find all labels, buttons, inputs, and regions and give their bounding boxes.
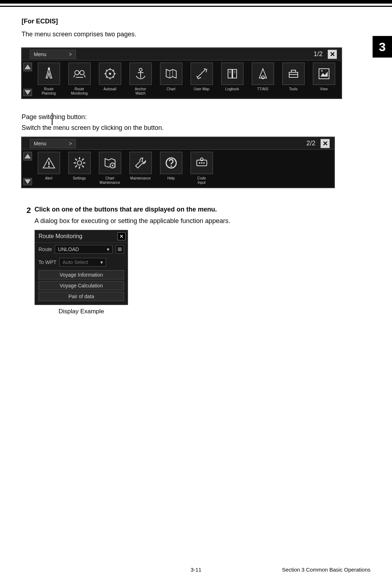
route-label: Route <box>38 246 52 252</box>
menu-item-tools[interactable]: Tools <box>278 60 309 98</box>
menu-item-label: Maintenance <box>126 176 155 181</box>
svg-marker-31 <box>320 72 328 77</box>
menu-item-label: User Map <box>187 87 216 91</box>
settings-icon <box>68 152 91 174</box>
menu-item-help[interactable]: Help <box>156 150 186 187</box>
menu-item-label: Chart <box>156 87 186 91</box>
chart-maintenance-icon <box>99 152 121 174</box>
menu-screen-page-2: Menu > 2/2 ✕ <box>22 137 334 188</box>
svg-point-37 <box>48 166 50 167</box>
svg-rect-20 <box>228 69 232 78</box>
page-down-button[interactable] <box>23 89 32 96</box>
page-down-button-2[interactable] <box>23 178 32 185</box>
page-indicator-2: 2/2 <box>306 140 315 147</box>
menu-item-maintenance[interactable]: Maintenance <box>125 150 156 187</box>
logbook-icon <box>221 63 243 85</box>
svg-line-44 <box>82 165 84 167</box>
subheading-for-ecdis: [For ECDIS] <box>22 18 370 25</box>
voyage-information-button[interactable]: Voyage Information <box>38 270 124 279</box>
page-switch-heading: Page switching button: <box>22 113 370 121</box>
maintenance-icon <box>129 152 152 174</box>
page-up-button[interactable] <box>23 63 32 71</box>
wpt-select[interactable]: Auto Select ▾ <box>59 258 106 267</box>
step-title: Click on one of the buttons that are dis… <box>35 206 370 213</box>
svg-line-43 <box>75 159 77 160</box>
menu-item-label: Route Monitoring <box>65 87 94 95</box>
menu-item-settings[interactable]: Settings <box>64 150 95 187</box>
svg-point-50 <box>170 165 172 167</box>
svg-rect-56 <box>118 247 122 248</box>
callout-leader-line <box>52 113 53 125</box>
svg-point-53 <box>201 162 202 164</box>
menu-item-alert[interactable]: Alert <box>33 150 64 187</box>
footer-section-label: Section 3 Common Basic Operations <box>254 567 370 573</box>
svg-point-48 <box>112 165 113 166</box>
menu-item-view[interactable]: View <box>309 60 339 98</box>
list-icon-button[interactable] <box>115 245 124 254</box>
user-map-icon <box>191 63 213 85</box>
page-up-button-2[interactable] <box>23 152 32 160</box>
menu-item-chart[interactable]: Chart <box>156 60 186 98</box>
route-monitoring-icon <box>68 63 91 85</box>
svg-point-32 <box>321 70 323 72</box>
menu-item-autosail[interactable]: Autosail <box>95 60 125 98</box>
menu-item-label: Anchor Watch <box>126 87 155 95</box>
wpt-label: To WPT <box>38 259 56 265</box>
code-input-icon <box>191 152 213 174</box>
footer-page-number: 3-11 <box>138 567 254 573</box>
tt-ais-icon <box>252 63 274 85</box>
svg-point-15 <box>139 68 142 71</box>
alert-icon <box>38 152 60 174</box>
menu-item-tt-ais[interactable]: TT/AIS <box>247 60 278 98</box>
menu-breadcrumb-label: Menu <box>34 51 46 57</box>
menu-item-route-planning[interactable]: Route Planning <box>33 60 64 98</box>
menu-item-label: Logbook <box>218 87 247 91</box>
triangle-down-icon <box>24 178 32 186</box>
svg-marker-33 <box>24 154 31 159</box>
view-icon <box>313 63 335 85</box>
chart-icon <box>160 63 182 85</box>
menu-item-user-map[interactable]: User Map <box>186 60 217 98</box>
route-planning-icon <box>38 63 60 85</box>
menu-breadcrumb-label-2: Menu <box>34 141 46 146</box>
triangle-up-icon <box>24 152 32 160</box>
menu-screen-page-1: Menu > 1/2 ✕ <box>22 48 342 99</box>
menu-item-code-input[interactable]: Code Input <box>186 150 217 187</box>
menu-item-label: Alert <box>34 176 63 181</box>
route-select-value: UNLOAD <box>58 246 79 252</box>
chevron-right-icon: > <box>69 51 72 57</box>
dialog-caption: Display Example <box>35 308 128 315</box>
svg-rect-21 <box>233 69 237 78</box>
menu-item-label: Settings <box>65 176 94 181</box>
svg-marker-1 <box>24 90 31 95</box>
menu-item-logbook[interactable]: Logbook <box>217 60 247 98</box>
menu-breadcrumb-2[interactable]: Menu > <box>30 139 76 148</box>
svg-rect-57 <box>118 249 122 250</box>
page-switch-body: Switch the menu screen by clicking on th… <box>22 124 370 132</box>
anchor-watch-icon <box>129 63 152 85</box>
page-top-rule-thick <box>0 0 392 4</box>
step-number: 2 <box>22 206 31 215</box>
dialog-close-button[interactable]: ✕ <box>118 232 126 240</box>
dropdown-caret-icon: ▾ <box>107 246 109 252</box>
menu-item-route-monitoring[interactable]: Route Monitoring <box>64 60 95 98</box>
svg-point-2 <box>48 68 50 70</box>
page-indicator: 1/2 <box>314 50 323 58</box>
menu-item-chart-maintenance[interactable]: Chart Maintenance <box>95 150 125 187</box>
pair-of-data-button[interactable]: Pair of data <box>38 292 124 301</box>
voyage-calculation-button[interactable]: Voyage Calculation <box>38 281 124 290</box>
menu-breadcrumb[interactable]: Menu > <box>30 50 76 59</box>
menu-item-anchor-watch[interactable]: Anchor Watch <box>125 60 156 98</box>
menu-item-label: Code Input <box>187 176 216 185</box>
help-icon <box>160 152 182 174</box>
triangle-up-icon <box>24 63 32 71</box>
list-icon <box>117 247 122 252</box>
svg-rect-28 <box>291 70 296 72</box>
svg-point-4 <box>80 71 84 75</box>
route-select[interactable]: UNLOAD ▾ <box>55 245 113 254</box>
triangle-down-icon <box>24 88 32 96</box>
close-button-2[interactable]: ✕ <box>320 139 330 148</box>
menu-item-label: Chart Maintenance <box>95 176 124 185</box>
close-button[interactable]: ✕ <box>328 50 337 59</box>
tools-icon <box>282 63 305 85</box>
